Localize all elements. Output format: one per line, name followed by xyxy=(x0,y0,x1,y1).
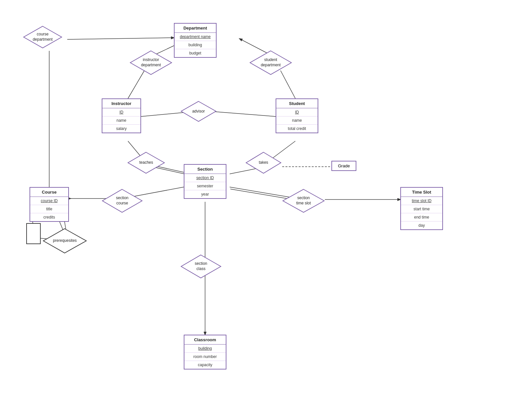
department-entity: Department department name building budg… xyxy=(174,23,217,58)
section-title: Section xyxy=(184,165,226,174)
section-attr-semester: semester xyxy=(184,182,226,190)
section-entity: Section section ID semester year xyxy=(184,164,226,199)
classroom-title: Classroom xyxy=(184,335,226,345)
instructor-entity: Instructor ID name salary xyxy=(102,98,141,133)
timeslot-attr-endtime: end time xyxy=(401,213,442,221)
dept-attr-building: building xyxy=(175,41,216,49)
svg-line-0 xyxy=(67,38,174,39)
instructor-title: Instructor xyxy=(102,99,140,108)
course-attr-title: title xyxy=(30,205,68,213)
takes-diamond: takes xyxy=(245,152,282,174)
timeslot-attr-id: time slot ID xyxy=(401,197,442,205)
classroom-entity: Classroom building room number capacity xyxy=(184,335,226,369)
svg-line-8 xyxy=(213,112,276,116)
student-entity: Student ID name total credit xyxy=(276,98,318,133)
department-title: Department xyxy=(175,24,216,33)
teaches-diamond: teaches xyxy=(127,152,165,174)
student-title: Student xyxy=(276,99,318,108)
instructor-department-diamond: instructordepartment xyxy=(130,50,172,75)
instructor-attr-name: name xyxy=(102,116,140,125)
timeslot-attr-starttime: start time xyxy=(401,205,442,213)
section-class-diamond: sectionclass xyxy=(180,254,221,279)
advisor-diamond: advisor xyxy=(180,101,217,122)
dept-attr-budget: budget xyxy=(175,49,216,57)
section-timeslot-diamond: sectiontime slot xyxy=(282,189,325,213)
section-course-diamond: sectioncourse xyxy=(102,189,143,213)
timeslot-attr-day: day xyxy=(401,221,442,229)
instructor-attr-salary: salary xyxy=(102,125,140,133)
course-attr-id: course ID xyxy=(30,197,68,205)
student-attr-name: name xyxy=(276,116,318,125)
course-department-diamond: coursedepartment xyxy=(23,26,62,49)
section-attr-year: year xyxy=(184,190,226,198)
prereq-diamond: prerequesites xyxy=(43,228,87,254)
student-department-diamond: studentdepartment xyxy=(249,50,292,75)
timeslot-title: Time Slot xyxy=(401,188,442,197)
section-attr-id: section ID xyxy=(184,174,226,182)
course-attr-credits: credits xyxy=(30,213,68,221)
timeslot-entity: Time Slot time slot ID start time end ti… xyxy=(400,187,443,230)
classroom-attr-roomnumber: room number xyxy=(184,353,226,361)
dept-attr-name: department name xyxy=(175,33,216,41)
prereq-box xyxy=(26,223,41,244)
grade-label: Grade xyxy=(331,161,356,171)
instructor-attr-id: ID xyxy=(102,108,140,116)
classroom-attr-capacity: capacity xyxy=(184,361,226,369)
student-attr-id: ID xyxy=(276,108,318,116)
student-attr-totalcredit: total credit xyxy=(276,125,318,133)
course-title: Course xyxy=(30,188,68,197)
classroom-attr-building: building xyxy=(184,345,226,353)
course-entity: Course course ID title credits xyxy=(30,187,69,222)
